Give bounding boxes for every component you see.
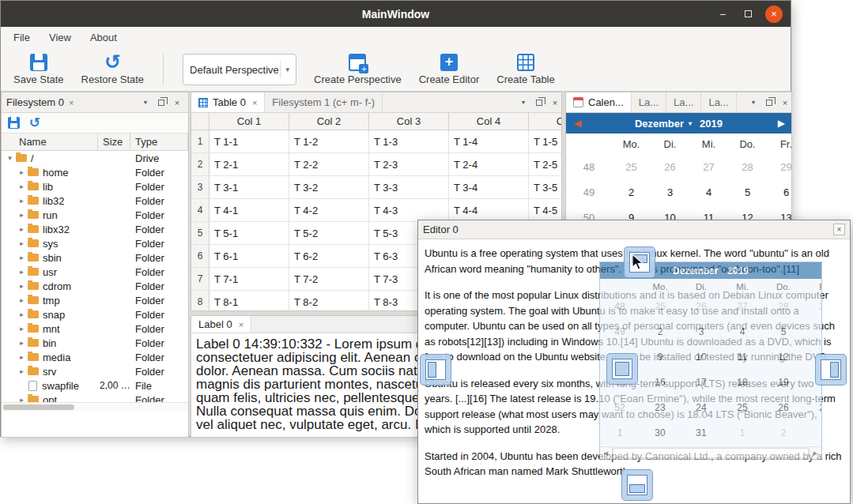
tab-la[interactable]: La... [632, 92, 666, 112]
tree-row[interactable]: ▸sysFolder [2, 236, 188, 250]
dock-indicator-center[interactable] [606, 353, 638, 385]
expander-icon[interactable]: ▸ [17, 239, 27, 247]
table-cell[interactable]: T 2-2 [289, 153, 369, 175]
fs-column-header[interactable]: Name [2, 134, 98, 150]
table-cell[interactable]: T 7-2 [289, 268, 369, 290]
expander-icon[interactable]: ▸ [17, 310, 27, 318]
column-header[interactable]: Col 1 [209, 113, 289, 130]
tree-row[interactable]: ▸sbinFolder [2, 250, 188, 265]
tab-calen[interactable]: Calen... [566, 92, 632, 112]
expander-icon[interactable]: ▸ [17, 282, 27, 290]
table-cell[interactable]: T 3-5 [529, 176, 562, 198]
next-month-button[interactable]: ▶ [778, 118, 785, 129]
fs-column-header[interactable]: Type [130, 134, 188, 150]
maximize-button[interactable] [740, 6, 756, 22]
menu-item-view[interactable]: View [40, 28, 81, 47]
fs-column-header[interactable]: Size [98, 134, 130, 150]
table-cell[interactable]: T 4-4 [449, 199, 529, 221]
tree-row[interactable]: ▸lib32Folder [2, 194, 188, 208]
prev-month-button[interactable]: ◀ [574, 118, 581, 129]
tree-row[interactable]: ▸homeFolder [2, 165, 188, 179]
calendar-day[interactable]: 29 [767, 161, 792, 173]
tree-row[interactable]: ▾/Drive [2, 151, 188, 165]
calendar-day[interactable]: 27 [689, 161, 728, 173]
expander-icon[interactable]: ▸ [17, 268, 27, 276]
table-cell[interactable]: T 7-1 [209, 268, 289, 290]
expander-icon[interactable]: ▸ [17, 225, 27, 233]
table-cell[interactable]: T 1-1 [209, 130, 289, 152]
table-cell[interactable]: T 8-1 [209, 291, 289, 311]
close-panel-button[interactable]: × [549, 96, 561, 109]
scrollbar-thumb[interactable] [3, 404, 74, 410]
table-cell[interactable]: T 3-2 [289, 176, 369, 198]
table-cell[interactable]: T 5-2 [289, 222, 369, 244]
menu-item-file[interactable]: File [4, 28, 40, 47]
expander-icon[interactable]: ▸ [17, 197, 27, 205]
calendar-day[interactable]: 25 [612, 161, 651, 173]
tree-row[interactable]: ▸snapFolder [2, 307, 188, 322]
undock-button[interactable] [763, 96, 776, 109]
column-header[interactable]: Col 5 [529, 113, 562, 130]
table-cell[interactable]: T 1-4 [449, 130, 529, 152]
tree-row[interactable]: ▸tmpFolder [2, 293, 188, 307]
row-header[interactable]: 1 [191, 130, 209, 152]
dock-indicator-right[interactable] [815, 354, 847, 386]
tabs-menu-button[interactable]: ▼ [747, 96, 760, 109]
undock-button[interactable] [155, 96, 168, 109]
column-header[interactable]: Col 2 [289, 113, 369, 130]
close-panel-button[interactable]: × [779, 96, 791, 109]
table-cell[interactable]: T 1-3 [369, 130, 449, 152]
table-cell[interactable]: T 8-2 [289, 291, 369, 311]
tree-row[interactable]: ▸binFolder [2, 336, 188, 350]
restore-state-button[interactable]: ↺ Restore State [81, 54, 145, 85]
table-cell[interactable]: T 4-2 [289, 199, 369, 221]
table-cell[interactable]: T 4-1 [209, 199, 289, 221]
tab-table-0[interactable]: Table 0× [191, 92, 265, 112]
tree-row[interactable]: ▸cdromFolder [2, 279, 188, 293]
table-cell[interactable]: T 4-3 [369, 199, 449, 221]
expander-icon[interactable]: ▸ [17, 367, 27, 375]
create-table-button[interactable]: Create Table [496, 54, 554, 85]
filesystem-panel-titlebar[interactable]: Filesystem 0 × ▼ × [2, 92, 188, 113]
tabs-menu-button[interactable]: ▼ [517, 96, 530, 109]
tab-la[interactable]: La... [666, 92, 701, 112]
undock-button[interactable] [533, 96, 545, 109]
minimize-button[interactable]: − [715, 6, 730, 22]
menu-item-about[interactable]: About [81, 28, 126, 47]
table-cell[interactable]: T 2-3 [369, 153, 449, 175]
month-button[interactable]: Dezember [635, 118, 684, 130]
create-perspective-button[interactable]: Create Perspective [314, 54, 402, 85]
tree-row[interactable]: ▸mediaFolder [2, 350, 188, 364]
close-tab-icon[interactable]: × [69, 98, 74, 107]
tree-row[interactable]: ▸libFolder [2, 179, 188, 194]
tab-label-0[interactable]: Label 0 × [191, 316, 251, 333]
tree-row[interactable]: swapfile2,00 …File [2, 378, 188, 393]
expander-icon[interactable]: ▸ [17, 339, 27, 347]
save-icon[interactable] [8, 117, 20, 129]
editor-titlebar[interactable]: Editor 0 × [418, 220, 850, 239]
table-cell[interactable]: T 3-3 [369, 176, 449, 198]
table-cell[interactable]: T 1-5 [529, 130, 562, 152]
expander-icon[interactable]: ▸ [17, 396, 27, 402]
calendar-day[interactable]: 4 [689, 186, 728, 198]
table-cell[interactable]: T 5-1 [209, 222, 289, 244]
row-header[interactable]: 7 [191, 268, 209, 290]
table-cell[interactable]: T 2-1 [209, 153, 289, 175]
tab-filesystem-1-c-m-f[interactable]: Filesystem 1 (c+ m- f-) [265, 92, 383, 112]
close-button[interactable]: × [833, 224, 845, 235]
close-tab-icon[interactable]: × [252, 98, 257, 107]
close-panel-button[interactable]: × [171, 96, 183, 109]
tree-row[interactable]: ▸runFolder [2, 208, 188, 222]
tab-la[interactable]: La... [701, 92, 736, 112]
tree-row[interactable]: ▸optFolder [2, 393, 188, 402]
expander-icon[interactable]: ▸ [17, 211, 27, 219]
table-cell[interactable]: T 4-5 [529, 199, 562, 221]
expander-icon[interactable]: ▸ [17, 325, 27, 333]
calendar-day[interactable]: 3 [651, 186, 689, 198]
calendar-day[interactable]: 28 [728, 161, 767, 173]
window-titlebar[interactable]: MainWindow − × [1, 1, 791, 27]
table-cell[interactable]: T 3-4 [449, 176, 529, 198]
save-state-button[interactable]: Save State [13, 54, 64, 85]
row-header[interactable]: 3 [191, 176, 209, 198]
table-cell[interactable]: T 6-2 [289, 245, 369, 267]
